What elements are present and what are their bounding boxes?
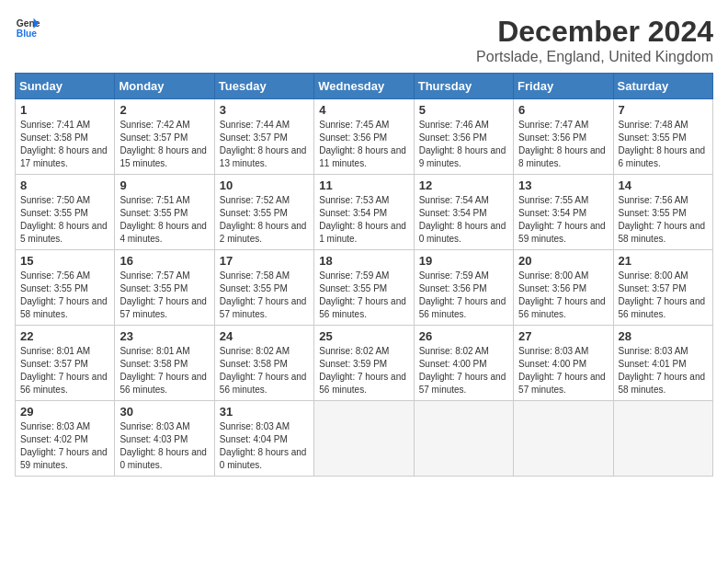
day-number: 2	[119, 103, 209, 117]
day-info: Sunrise: 8:03 AM Sunset: 4:00 PM Dayligh…	[518, 345, 608, 396]
day-info: Sunrise: 7:56 AM Sunset: 3:55 PM Dayligh…	[20, 270, 109, 321]
calendar-day-cell: 25Sunrise: 8:02 AM Sunset: 3:59 PM Dayli…	[314, 326, 414, 401]
day-info: Sunrise: 7:50 AM Sunset: 3:55 PM Dayligh…	[20, 194, 109, 246]
weekday-header: Friday	[514, 74, 613, 99]
calendar-day-cell: 14Sunrise: 7:56 AM Sunset: 3:55 PM Dayli…	[613, 175, 712, 250]
day-info: Sunrise: 7:59 AM Sunset: 3:56 PM Dayligh…	[419, 270, 508, 321]
calendar-day-cell: 26Sunrise: 8:02 AM Sunset: 4:00 PM Dayli…	[414, 326, 513, 401]
calendar-day-cell	[314, 401, 414, 477]
day-number: 3	[220, 103, 309, 117]
calendar-day-cell: 22Sunrise: 8:01 AM Sunset: 3:57 PM Dayli…	[16, 326, 115, 401]
calendar-day-cell: 3Sunrise: 7:44 AM Sunset: 3:57 PM Daylig…	[214, 99, 313, 175]
day-number: 11	[319, 178, 408, 192]
weekday-header: Tuesday	[214, 74, 313, 99]
day-info: Sunrise: 7:41 AM Sunset: 3:58 PM Dayligh…	[20, 119, 109, 170]
day-info: Sunrise: 7:58 AM Sunset: 3:55 PM Dayligh…	[220, 270, 309, 321]
weekday-header: Saturday	[613, 74, 712, 99]
day-number: 27	[518, 329, 608, 343]
day-info: Sunrise: 8:01 AM Sunset: 3:57 PM Dayligh…	[20, 345, 109, 396]
day-info: Sunrise: 8:02 AM Sunset: 3:58 PM Dayligh…	[220, 345, 309, 396]
calendar-week-row: 15Sunrise: 7:56 AM Sunset: 3:55 PM Dayli…	[16, 250, 713, 326]
calendar-day-cell: 24Sunrise: 8:02 AM Sunset: 3:58 PM Dayli…	[214, 326, 313, 401]
calendar-day-cell: 13Sunrise: 7:55 AM Sunset: 3:54 PM Dayli…	[514, 175, 613, 250]
day-number: 25	[319, 329, 408, 343]
calendar-day-cell: 21Sunrise: 8:00 AM Sunset: 3:57 PM Dayli…	[613, 250, 712, 326]
day-info: Sunrise: 7:52 AM Sunset: 3:55 PM Dayligh…	[220, 194, 309, 246]
day-number: 31	[220, 405, 309, 419]
weekday-header: Monday	[115, 74, 214, 99]
title-block: December 2024 Portslade, England, United…	[476, 15, 713, 65]
calendar-day-cell: 9Sunrise: 7:51 AM Sunset: 3:55 PM Daylig…	[115, 175, 214, 250]
calendar-day-cell: 17Sunrise: 7:58 AM Sunset: 3:55 PM Dayli…	[214, 250, 313, 326]
day-number: 9	[119, 178, 209, 192]
calendar-day-cell: 30Sunrise: 8:03 AM Sunset: 4:03 PM Dayli…	[115, 401, 214, 477]
day-number: 10	[220, 178, 309, 192]
day-info: Sunrise: 8:02 AM Sunset: 3:59 PM Dayligh…	[319, 345, 408, 396]
day-number: 16	[119, 254, 209, 268]
svg-text:Blue: Blue	[17, 29, 38, 39]
day-number: 14	[619, 178, 708, 192]
calendar-day-cell: 20Sunrise: 8:00 AM Sunset: 3:56 PM Dayli…	[514, 250, 613, 326]
day-number: 6	[518, 103, 608, 117]
day-info: Sunrise: 7:57 AM Sunset: 3:55 PM Dayligh…	[119, 270, 209, 321]
calendar-day-cell: 11Sunrise: 7:53 AM Sunset: 3:54 PM Dayli…	[314, 175, 414, 250]
day-info: Sunrise: 8:00 AM Sunset: 3:57 PM Dayligh…	[619, 270, 708, 321]
day-info: Sunrise: 7:59 AM Sunset: 3:55 PM Dayligh…	[319, 270, 408, 321]
day-info: Sunrise: 7:56 AM Sunset: 3:55 PM Dayligh…	[619, 194, 708, 246]
day-number: 4	[319, 103, 408, 117]
calendar-week-row: 1Sunrise: 7:41 AM Sunset: 3:58 PM Daylig…	[16, 99, 713, 175]
weekday-header: Thursday	[414, 74, 513, 99]
day-number: 8	[20, 178, 109, 192]
day-number: 12	[419, 178, 508, 192]
day-number: 26	[419, 329, 508, 343]
calendar-table: SundayMondayTuesdayWednesdayThursdayFrid…	[15, 73, 713, 477]
day-number: 7	[619, 103, 708, 117]
day-number: 28	[619, 329, 708, 343]
calendar-day-cell	[514, 401, 613, 477]
weekday-header: Wednesday	[314, 74, 414, 99]
calendar-day-cell: 31Sunrise: 8:03 AM Sunset: 4:04 PM Dayli…	[214, 401, 313, 477]
page-header: General Blue December 2024 Portslade, En…	[15, 15, 713, 65]
calendar-day-cell: 19Sunrise: 7:59 AM Sunset: 3:56 PM Dayli…	[414, 250, 513, 326]
calendar-day-cell: 16Sunrise: 7:57 AM Sunset: 3:55 PM Dayli…	[115, 250, 214, 326]
day-info: Sunrise: 8:03 AM Sunset: 4:04 PM Dayligh…	[220, 420, 309, 472]
day-info: Sunrise: 8:03 AM Sunset: 4:01 PM Dayligh…	[619, 345, 708, 396]
day-number: 13	[518, 178, 608, 192]
day-number: 24	[220, 329, 309, 343]
day-number: 23	[119, 329, 209, 343]
day-info: Sunrise: 7:51 AM Sunset: 3:55 PM Dayligh…	[119, 194, 209, 246]
day-number: 20	[518, 254, 608, 268]
logo: General Blue	[15, 15, 40, 40]
month-title: December 2024	[476, 15, 713, 49]
day-info: Sunrise: 8:00 AM Sunset: 3:56 PM Dayligh…	[518, 270, 608, 321]
calendar-day-cell: 23Sunrise: 8:01 AM Sunset: 3:58 PM Dayli…	[115, 326, 214, 401]
day-info: Sunrise: 7:54 AM Sunset: 3:54 PM Dayligh…	[419, 194, 508, 246]
day-info: Sunrise: 8:02 AM Sunset: 4:00 PM Dayligh…	[419, 345, 508, 396]
day-info: Sunrise: 7:55 AM Sunset: 3:54 PM Dayligh…	[518, 194, 608, 246]
calendar-day-cell: 28Sunrise: 8:03 AM Sunset: 4:01 PM Dayli…	[613, 326, 712, 401]
day-number: 17	[220, 254, 309, 268]
day-info: Sunrise: 7:45 AM Sunset: 3:56 PM Dayligh…	[319, 119, 408, 170]
day-info: Sunrise: 7:47 AM Sunset: 3:56 PM Dayligh…	[518, 119, 608, 170]
location: Portslade, England, United Kingdom	[476, 49, 713, 65]
calendar-day-cell: 5Sunrise: 7:46 AM Sunset: 3:56 PM Daylig…	[414, 99, 513, 175]
calendar-day-cell: 27Sunrise: 8:03 AM Sunset: 4:00 PM Dayli…	[514, 326, 613, 401]
calendar-week-row: 29Sunrise: 8:03 AM Sunset: 4:02 PM Dayli…	[16, 401, 713, 477]
calendar-day-cell: 1Sunrise: 7:41 AM Sunset: 3:58 PM Daylig…	[16, 99, 115, 175]
day-info: Sunrise: 7:48 AM Sunset: 3:55 PM Dayligh…	[619, 119, 708, 170]
day-number: 5	[419, 103, 508, 117]
calendar-day-cell: 7Sunrise: 7:48 AM Sunset: 3:55 PM Daylig…	[613, 99, 712, 175]
calendar-day-cell: 8Sunrise: 7:50 AM Sunset: 3:55 PM Daylig…	[16, 175, 115, 250]
day-info: Sunrise: 7:44 AM Sunset: 3:57 PM Dayligh…	[220, 119, 309, 170]
calendar-day-cell: 2Sunrise: 7:42 AM Sunset: 3:57 PM Daylig…	[115, 99, 214, 175]
logo-icon: General Blue	[15, 15, 40, 40]
calendar-day-cell	[613, 401, 712, 477]
day-number: 22	[20, 329, 109, 343]
day-info: Sunrise: 7:46 AM Sunset: 3:56 PM Dayligh…	[419, 119, 508, 170]
day-info: Sunrise: 8:03 AM Sunset: 4:03 PM Dayligh…	[119, 420, 209, 472]
day-info: Sunrise: 7:42 AM Sunset: 3:57 PM Dayligh…	[119, 119, 209, 170]
day-info: Sunrise: 8:01 AM Sunset: 3:58 PM Dayligh…	[119, 345, 209, 396]
calendar-day-cell: 15Sunrise: 7:56 AM Sunset: 3:55 PM Dayli…	[16, 250, 115, 326]
day-number: 1	[20, 103, 109, 117]
day-info: Sunrise: 7:53 AM Sunset: 3:54 PM Dayligh…	[319, 194, 408, 246]
